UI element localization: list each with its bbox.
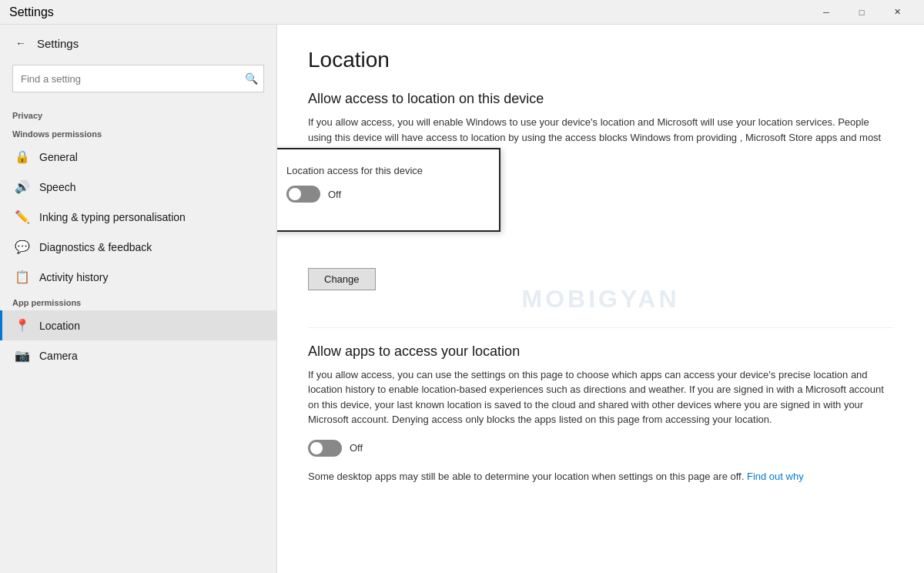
- section-divider: [308, 327, 893, 328]
- device-toggle-label: Off: [328, 189, 341, 200]
- title-bar-left: Settings: [9, 5, 54, 19]
- general-icon: 🔒: [15, 149, 30, 164]
- activity-icon: 📋: [15, 270, 30, 284]
- apps-access-heading: Allow apps to access your location: [308, 343, 893, 360]
- title-bar-controls: ─ □ ✕: [808, 0, 915, 25]
- location-icon: 📍: [15, 318, 30, 333]
- sidebar-item-label-location: Location: [39, 320, 80, 332]
- app-body: ← Settings 🔍 Privacy Windows permissions…: [0, 25, 924, 573]
- change-button-container: Change: [308, 268, 893, 312]
- main-content: MOBIGYAN Location Allow access to locati…: [277, 25, 924, 573]
- minimize-button[interactable]: ─: [808, 0, 844, 25]
- speech-icon: 🔊: [15, 179, 30, 194]
- sidebar: ← Settings 🔍 Privacy Windows permissions…: [0, 25, 277, 573]
- apps-location-toggle[interactable]: [308, 440, 342, 457]
- camera-icon: 📷: [15, 348, 30, 363]
- sidebar-item-speech[interactable]: 🔊 Speech: [0, 172, 276, 202]
- footer-text: Some desktop apps may still be able to d…: [308, 469, 893, 484]
- diagnostics-icon: 💬: [15, 240, 30, 254]
- sidebar-item-diagnostics[interactable]: 💬 Diagnostics & feedback: [0, 232, 276, 262]
- location-access-popup: Location access for this device Off: [277, 148, 500, 232]
- device-access-heading: Allow access to location on this device: [308, 91, 893, 107]
- section-label-privacy: Privacy: [0, 105, 276, 123]
- sidebar-item-label-general: General: [39, 151, 78, 163]
- toggle-thumb-apps: [310, 442, 323, 454]
- section-label-app: App permissions: [0, 292, 276, 310]
- sidebar-item-label-speech: Speech: [39, 181, 75, 193]
- section-label-windows: Windows permissions: [0, 123, 276, 142]
- close-button[interactable]: ✕: [879, 0, 915, 25]
- device-toggle-row: Off: [286, 186, 484, 203]
- change-button[interactable]: Change: [308, 268, 376, 290]
- inking-icon: ✏️: [15, 209, 30, 224]
- search-input[interactable]: [12, 65, 264, 92]
- sidebar-item-inking[interactable]: ✏️ Inking & typing personalisation: [0, 202, 276, 232]
- apps-access-description: If you allow access, you can use the set…: [308, 367, 893, 427]
- sidebar-item-label-inking: Inking & typing personalisation: [39, 211, 186, 223]
- sidebar-item-activity[interactable]: 📋 Activity history: [0, 262, 276, 292]
- toggle-thumb-device: [289, 188, 301, 200]
- sidebar-item-label-diagnostics: Diagnostics & feedback: [39, 241, 152, 253]
- sidebar-item-camera[interactable]: 📷 Camera: [0, 340, 276, 370]
- sidebar-header: ← Settings: [0, 25, 276, 59]
- device-location-toggle[interactable]: [286, 186, 320, 203]
- sidebar-item-location[interactable]: 📍 Location: [0, 310, 276, 340]
- sidebar-item-label-activity: Activity history: [39, 271, 108, 283]
- sidebar-app-title: Settings: [37, 37, 79, 50]
- back-button[interactable]: ←: [12, 34, 29, 52]
- page-title: Location: [308, 48, 893, 72]
- maximize-button[interactable]: □: [844, 0, 879, 25]
- search-box: 🔍: [12, 65, 264, 92]
- sidebar-item-general[interactable]: 🔒 General: [0, 142, 276, 172]
- search-icon[interactable]: 🔍: [245, 72, 258, 85]
- apps-toggle-label: Off: [350, 442, 363, 454]
- title-bar-title: Settings: [9, 5, 54, 19]
- title-bar: Settings ─ □ ✕: [0, 0, 924, 25]
- apps-toggle-row: Off: [308, 440, 893, 457]
- sidebar-item-label-camera: Camera: [39, 350, 78, 362]
- find-out-why-link[interactable]: Find out why: [747, 471, 804, 482]
- popup-title: Location access for this device: [286, 165, 484, 176]
